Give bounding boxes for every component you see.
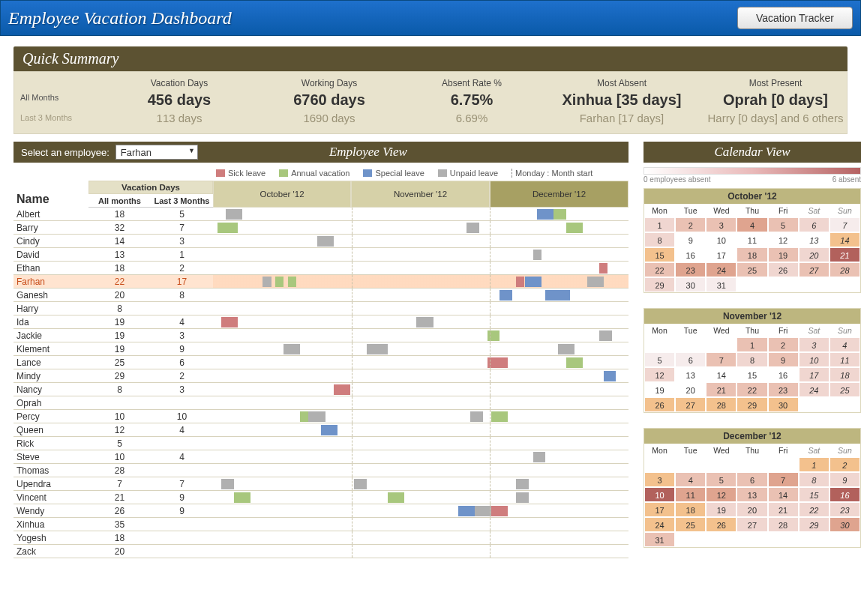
gantt-row[interactable]: Ida194 [14,315,628,329]
calendar-day[interactable]: 6 [799,217,830,232]
calendar-day[interactable]: 23 [768,382,799,397]
calendar-day[interactable]: 23 [830,502,860,517]
calendar-day[interactable]: 15 [799,487,830,502]
calendar-day[interactable]: 9 [768,352,799,367]
vacation-tracker-button[interactable]: Vacation Tracker [737,7,853,29]
calendar-day[interactable]: 21 [706,382,736,397]
calendar-day[interactable]: 22 [644,262,675,277]
calendar-day[interactable]: 21 [768,502,799,517]
calendar-day[interactable]: 16 [768,367,799,382]
calendar-day[interactable]: 24 [706,262,736,277]
calendar-day[interactable]: 29 [644,277,675,292]
calendar-day[interactable]: 22 [799,502,830,517]
calendar-day[interactable]: 21 [830,247,860,262]
calendar-day[interactable]: 22 [736,382,767,397]
calendar-day[interactable]: 29 [799,517,830,532]
calendar-day[interactable]: 14 [706,367,736,382]
gantt-row[interactable]: Percy1010 [14,410,628,423]
calendar-day[interactable]: 17 [644,502,675,517]
calendar-day[interactable]: 26 [768,262,799,277]
calendar-day[interactable]: 6 [736,472,767,487]
calendar-day[interactable]: 3 [706,217,736,232]
calendar-day[interactable]: 30 [830,517,860,532]
calendar-day[interactable]: 1 [736,337,767,352]
gantt-row[interactable]: Queen124 [14,423,628,437]
calendar-day[interactable]: 26 [644,397,675,412]
calendar-day[interactable]: 7 [706,352,736,367]
gantt-row[interactable]: Harry8 [14,302,628,315]
calendar-day[interactable]: 18 [736,247,767,262]
calendar-day[interactable]: 13 [799,232,830,247]
calendar-day[interactable]: 30 [675,277,706,292]
calendar-day[interactable]: 6 [675,352,706,367]
calendar-day[interactable]: 10 [799,352,830,367]
gantt-row[interactable]: Zack20 [14,545,628,558]
calendar-day[interactable]: 25 [830,382,860,397]
calendar-day[interactable]: 2 [830,457,860,472]
calendar-day[interactable]: 16 [675,247,706,262]
calendar-day[interactable]: 4 [675,472,706,487]
calendar-day[interactable]: 4 [736,217,767,232]
calendar-day[interactable]: 24 [644,517,675,532]
calendar-day[interactable]: 12 [768,232,799,247]
calendar-day[interactable]: 17 [706,247,736,262]
gantt-row[interactable]: Jackie193 [14,329,628,342]
calendar-day[interactable]: 9 [675,232,706,247]
calendar-day[interactable]: 31 [644,532,675,547]
calendar-day[interactable]: 25 [675,517,706,532]
calendar-day[interactable]: 7 [768,472,799,487]
calendar-day[interactable]: 28 [830,262,860,277]
gantt-row[interactable]: Xinhua35 [14,518,628,531]
calendar-day[interactable]: 26 [706,517,736,532]
calendar-day[interactable]: 18 [675,502,706,517]
calendar-day[interactable]: 5 [768,217,799,232]
gantt-row[interactable]: Rick5 [14,437,628,450]
calendar-day[interactable]: 8 [644,232,675,247]
gantt-row[interactable]: Barry327 [14,221,628,235]
calendar-day[interactable]: 24 [799,382,830,397]
calendar-day[interactable]: 31 [706,277,736,292]
gantt-row[interactable]: Wendy269 [14,504,628,518]
calendar-day[interactable]: 19 [644,382,675,397]
gantt-row[interactable]: Albert185 [14,208,628,221]
calendar-day[interactable]: 28 [706,397,736,412]
calendar-day[interactable]: 19 [768,247,799,262]
calendar-day[interactable]: 5 [706,472,736,487]
calendar-day[interactable]: 19 [706,502,736,517]
calendar-day[interactable]: 11 [736,232,767,247]
gantt-row[interactable]: Klement199 [14,342,628,356]
calendar-day[interactable]: 12 [706,487,736,502]
gantt-row[interactable]: Nancy83 [14,383,628,396]
calendar-day[interactable]: 14 [830,232,860,247]
calendar-day[interactable]: 11 [830,352,860,367]
gantt-row[interactable]: Oprah [14,396,628,410]
calendar-day[interactable]: 23 [675,262,706,277]
calendar-day[interactable]: 20 [736,502,767,517]
calendar-day[interactable]: 9 [830,472,860,487]
calendar-day[interactable]: 13 [675,367,706,382]
gantt-row[interactable]: Steve104 [14,450,628,464]
calendar-day[interactable]: 27 [736,517,767,532]
calendar-day[interactable]: 28 [768,517,799,532]
calendar-day[interactable]: 17 [799,367,830,382]
employee-select[interactable]: Farhan [116,145,198,160]
calendar-day[interactable]: 20 [675,382,706,397]
calendar-day[interactable]: 15 [736,367,767,382]
calendar-day[interactable]: 5 [644,352,675,367]
gantt-row[interactable]: Mindy292 [14,369,628,383]
calendar-day[interactable]: 10 [706,232,736,247]
gantt-row[interactable]: Cindy143 [14,235,628,248]
calendar-day[interactable]: 12 [644,367,675,382]
gantt-row[interactable]: Yogesh18 [14,531,628,545]
calendar-day[interactable]: 2 [675,217,706,232]
calendar-day[interactable]: 27 [675,397,706,412]
calendar-day[interactable]: 15 [644,247,675,262]
calendar-day[interactable]: 11 [675,487,706,502]
calendar-day[interactable]: 8 [799,472,830,487]
calendar-day[interactable]: 4 [830,337,860,352]
calendar-day[interactable]: 30 [768,397,799,412]
calendar-day[interactable]: 18 [830,367,860,382]
calendar-day[interactable]: 10 [644,487,675,502]
employee-select-wrap[interactable]: Farhan [116,145,198,160]
gantt-row[interactable]: Vincent219 [14,491,628,504]
